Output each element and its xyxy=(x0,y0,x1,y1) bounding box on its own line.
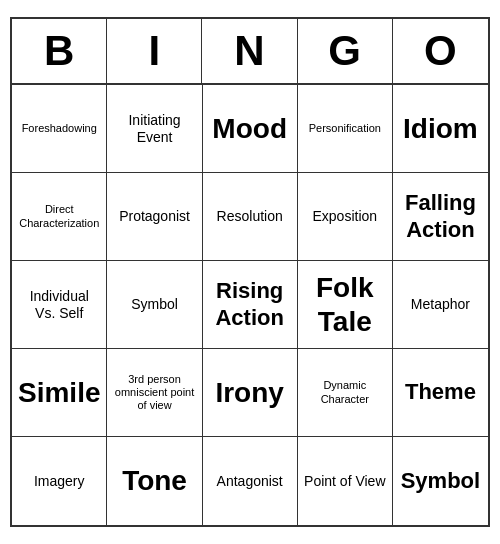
cell-text: Initiating Event xyxy=(113,112,195,146)
header-letter: G xyxy=(298,19,393,83)
cell-text: Tone xyxy=(122,464,187,498)
cell-text: Exposition xyxy=(313,208,378,225)
bingo-cell: Individual Vs. Self xyxy=(12,261,107,349)
bingo-cell: Personification xyxy=(298,85,393,173)
bingo-cell: Resolution xyxy=(203,173,298,261)
bingo-cell: Initiating Event xyxy=(107,85,202,173)
bingo-cell: Symbol xyxy=(393,437,488,525)
cell-text: Mood xyxy=(212,112,287,146)
cell-text: Idiom xyxy=(403,112,478,146)
bingo-cell: Protagonist xyxy=(107,173,202,261)
bingo-cell: Imagery xyxy=(12,437,107,525)
cell-text: Direct Characterization xyxy=(18,203,100,229)
header-letter: I xyxy=(107,19,202,83)
bingo-cell: Falling Action xyxy=(393,173,488,261)
bingo-cell: Direct Characterization xyxy=(12,173,107,261)
cell-text: Symbol xyxy=(131,296,178,313)
bingo-card: BINGO ForeshadowingInitiating EventMoodP… xyxy=(10,17,490,527)
bingo-cell: Antagonist xyxy=(203,437,298,525)
cell-text: Imagery xyxy=(34,473,85,490)
cell-text: Metaphor xyxy=(411,296,470,313)
cell-text: Individual Vs. Self xyxy=(18,288,100,322)
cell-text: Falling Action xyxy=(399,190,482,243)
bingo-grid: ForeshadowingInitiating EventMoodPersoni… xyxy=(12,85,488,525)
bingo-cell: Foreshadowing xyxy=(12,85,107,173)
bingo-cell: Simile xyxy=(12,349,107,437)
cell-text: Dynamic Character xyxy=(304,379,386,405)
bingo-cell: Mood xyxy=(203,85,298,173)
bingo-cell: Theme xyxy=(393,349,488,437)
cell-text: Foreshadowing xyxy=(22,122,97,135)
cell-text: Rising Action xyxy=(209,278,291,331)
bingo-cell: Rising Action xyxy=(203,261,298,349)
cell-text: Theme xyxy=(405,379,476,405)
bingo-cell: Idiom xyxy=(393,85,488,173)
cell-text: Resolution xyxy=(217,208,283,225)
bingo-cell: Irony xyxy=(203,349,298,437)
header-letter: B xyxy=(12,19,107,83)
cell-text: Protagonist xyxy=(119,208,190,225)
cell-text: Simile xyxy=(18,376,100,410)
bingo-cell: Metaphor xyxy=(393,261,488,349)
bingo-cell: Tone xyxy=(107,437,202,525)
cell-text: Point of View xyxy=(304,473,385,490)
bingo-header: BINGO xyxy=(12,19,488,85)
bingo-cell: Exposition xyxy=(298,173,393,261)
cell-text: Personification xyxy=(309,122,381,135)
bingo-cell: Dynamic Character xyxy=(298,349,393,437)
bingo-cell: Point of View xyxy=(298,437,393,525)
bingo-cell: Symbol xyxy=(107,261,202,349)
cell-text: Symbol xyxy=(401,468,480,494)
cell-text: Folk Tale xyxy=(304,271,386,338)
cell-text: Antagonist xyxy=(217,473,283,490)
header-letter: O xyxy=(393,19,488,83)
bingo-cell: 3rd person omniscient point of view xyxy=(107,349,202,437)
header-letter: N xyxy=(202,19,297,83)
cell-text: Irony xyxy=(215,376,283,410)
cell-text: 3rd person omniscient point of view xyxy=(113,373,195,413)
bingo-cell: Folk Tale xyxy=(298,261,393,349)
